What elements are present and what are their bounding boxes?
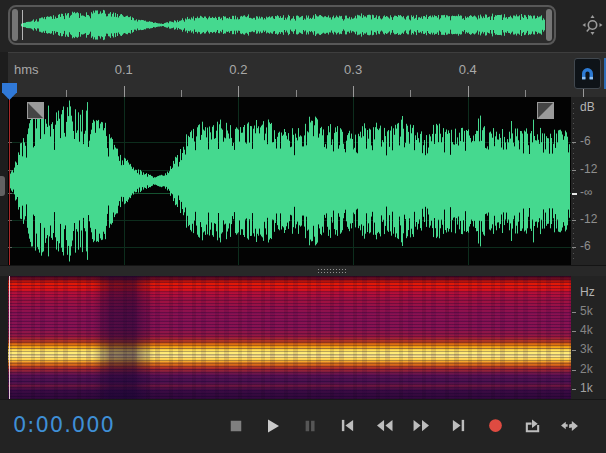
db-scale-label: -12: [580, 212, 597, 226]
snap-toggle-button[interactable]: [574, 58, 601, 89]
transport-stop-button[interactable]: [224, 415, 248, 439]
hz-scale-label: 1k: [580, 381, 593, 395]
overview-navigator[interactable]: [8, 5, 556, 45]
fade-out-handle-icon[interactable]: [537, 102, 554, 119]
db-scale-label: -6: [580, 134, 591, 148]
waveform: [9, 99, 570, 263]
transport-skip-selection-button[interactable]: [557, 415, 581, 439]
ruler-tick: [410, 90, 411, 97]
hz-scale-label: 2k: [580, 362, 593, 376]
time-display[interactable]: 0:00.000: [13, 413, 115, 437]
loop-playback-icon: [524, 418, 541, 437]
db-scale-label: -∞: [580, 185, 593, 199]
ruler-tick: [124, 86, 125, 97]
splitter-grip[interactable]: [318, 269, 346, 274]
ruler-tick: [296, 90, 297, 97]
ruler-tick-label: 0.2: [229, 62, 247, 77]
fast-forward-icon: [412, 418, 431, 436]
transport-pause-button[interactable]: [298, 415, 322, 439]
transport-skip-to-end-button[interactable]: [446, 415, 470, 439]
ruler-tick: [66, 90, 67, 97]
ruler-tick: [353, 86, 354, 97]
transport-play-button[interactable]: [261, 415, 285, 439]
record-icon: [488, 418, 503, 436]
timeline-ruler[interactable]: hms 0.10.20.30.40.: [8, 52, 606, 97]
ruler-tick-label: 0.4: [459, 62, 477, 77]
db-minor-ticks: [573, 103, 574, 259]
rewind-icon: [375, 418, 394, 436]
ruler-tick: [181, 90, 182, 97]
panel-splitter[interactable]: [0, 265, 606, 276]
hz-scale[interactable]: Hz 5k4k3k2k1k: [571, 276, 606, 399]
hz-scale-title: Hz: [580, 285, 595, 299]
hz-scale-label: 4k: [580, 323, 593, 337]
db-scale-title: dB: [580, 100, 595, 114]
ruler-tick-label: 0.1: [115, 62, 133, 77]
skip-to-start-icon: [340, 418, 355, 436]
db-scale-label: -6: [580, 239, 591, 253]
fade-in-handle-icon[interactable]: [27, 102, 44, 119]
waveform-display[interactable]: [8, 97, 571, 265]
navigator-right-handle[interactable]: [546, 9, 552, 41]
ruler-tick: [468, 86, 469, 97]
transport-loop-playback-button[interactable]: [520, 415, 544, 439]
spectrogram-playhead-line: [9, 276, 10, 399]
ruler-tick: [238, 86, 239, 97]
playhead-line[interactable]: [9, 97, 10, 265]
overview-playhead: [22, 10, 23, 40]
db-scale[interactable]: dB -6-12-∞-12-6: [571, 97, 606, 265]
navigator-left-handle[interactable]: [12, 9, 18, 41]
ruler-tick-label: 0.3: [344, 62, 362, 77]
panel-edge-handle[interactable]: [0, 176, 5, 196]
transport-rewind-button[interactable]: [372, 415, 396, 439]
ruler-tick: [525, 90, 526, 97]
stop-icon: [229, 419, 243, 436]
transport-fast-forward-button[interactable]: [409, 415, 433, 439]
db-scale-label: -12: [580, 162, 597, 176]
transport-skip-to-start-button[interactable]: [335, 415, 359, 439]
transport-record-button[interactable]: [483, 415, 507, 439]
play-icon: [265, 418, 281, 437]
overview-strip: [0, 0, 606, 52]
spectrogram-display[interactable]: [8, 276, 571, 399]
zoom-navigate-icon[interactable]: [580, 13, 604, 39]
transport-bar: 0:00.000: [0, 399, 606, 453]
left-panel-edge: [0, 52, 8, 399]
hz-scale-label: 3k: [580, 342, 593, 356]
audio-editor-window: hms 0.10.20.30.40. dB -6-12-∞-12-6: [0, 0, 606, 453]
hz-scale-label: 5k: [580, 304, 593, 318]
pause-icon: [303, 419, 317, 436]
timeline-unit-label: hms: [14, 62, 39, 77]
overview-waveform: [21, 8, 545, 42]
skip-selection-icon: [560, 418, 579, 436]
magnet-snap-icon: [579, 65, 596, 82]
skip-to-end-icon: [451, 418, 466, 436]
